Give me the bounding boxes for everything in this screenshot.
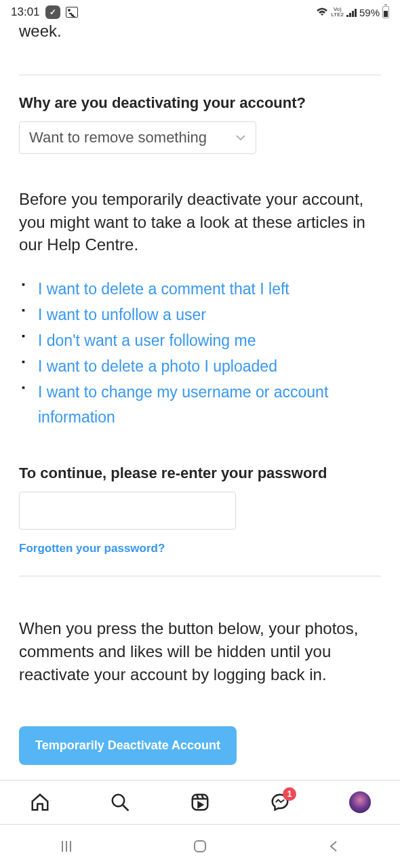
reason-selected: Want to remove something <box>29 129 207 146</box>
battery-icon <box>382 6 389 18</box>
screenshot-icon <box>66 7 78 18</box>
vpn-icon: ✓ <box>45 5 60 19</box>
chevron-down-icon <box>235 132 246 144</box>
recents-button[interactable] <box>58 837 75 855</box>
svg-line-1 <box>123 805 129 811</box>
status-time: 13:01 <box>11 5 40 19</box>
system-nav <box>0 825 400 868</box>
divider <box>19 75 381 75</box>
help-link-unfollow[interactable]: I want to unfollow a user <box>38 306 206 323</box>
help-link-delete-comment[interactable]: I want to delete a comment that I left <box>38 280 289 298</box>
notification-badge: 1 <box>283 787 296 801</box>
svg-point-0 <box>113 795 125 807</box>
deactivate-button[interactable]: Temporarily Deactivate Account <box>19 726 237 765</box>
svg-rect-2 <box>193 795 208 810</box>
status-bar: 13:01 ✓ Vo) LTE2 59% <box>0 0 400 22</box>
deactivate-info: When you press the button below, your ph… <box>19 617 381 686</box>
divider <box>19 576 381 576</box>
password-title: To continue, please re-enter your passwo… <box>19 465 381 482</box>
help-link-delete-photo[interactable]: I want to delete a photo I uploaded <box>38 357 277 375</box>
messenger-icon[interactable]: 1 <box>269 791 291 813</box>
help-link-block-follower[interactable]: I don't want a user following me <box>38 332 256 349</box>
network-type: Vo) LTE2 <box>331 7 344 18</box>
previous-text-fragment: week. <box>19 22 381 41</box>
home-button[interactable] <box>191 837 209 855</box>
search-icon[interactable] <box>109 791 131 813</box>
svg-rect-6 <box>195 841 205 852</box>
help-link-change-username[interactable]: I want to change my username or account … <box>38 383 328 427</box>
signal-icon <box>346 7 357 17</box>
back-button[interactable] <box>325 837 342 855</box>
avatar-icon <box>349 791 371 813</box>
password-input[interactable] <box>19 492 236 530</box>
forgot-password-link[interactable]: Forgotten your password? <box>19 542 165 555</box>
reason-dropdown[interactable]: Want to remove something <box>19 121 256 154</box>
home-icon[interactable] <box>29 791 51 813</box>
bottom-nav: 1 <box>0 780 400 825</box>
wifi-icon <box>316 7 328 17</box>
reason-title: Why are you deactivating your account? <box>19 94 381 112</box>
help-links-list: I want to delete a comment that I left I… <box>19 277 381 431</box>
help-intro: Before you temporarily deactivate your a… <box>19 188 381 256</box>
battery-percent: 59% <box>359 7 380 18</box>
reels-icon[interactable] <box>189 791 211 813</box>
profile-avatar[interactable] <box>349 791 371 813</box>
